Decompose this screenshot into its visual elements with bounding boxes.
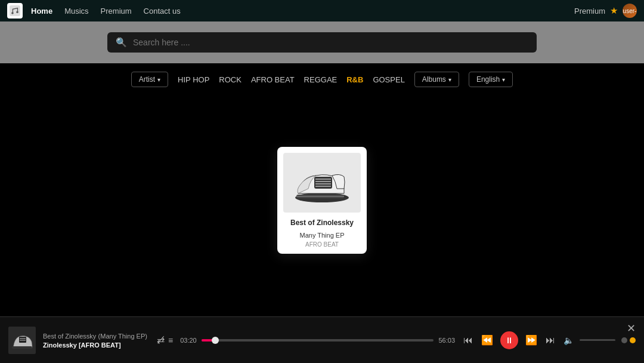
- genre-rnb[interactable]: R&B: [346, 75, 363, 84]
- skip-forward-button[interactable]: ⏭: [544, 334, 556, 347]
- playback-controls: ⏮ ⏪ ⏸ ⏩ ⏭: [462, 331, 556, 349]
- player-artist: Zinolessky [AFRO BEAT]: [43, 342, 147, 349]
- player-info: Best of Zinolessky (Many Thing EP) Zinol…: [43, 332, 147, 349]
- main-content: Best of Zinolessky Many Thing EP AFRO BE…: [0, 96, 644, 304]
- nav-contact[interactable]: Contact us: [144, 7, 181, 16]
- svg-rect-11: [296, 196, 344, 197]
- player-song-title: Best of Zinolessky (Many Thing EP): [43, 332, 147, 340]
- chevron-down-icon-albums: ▾: [448, 76, 451, 83]
- search-icon: 🔍: [116, 37, 127, 48]
- dot-inactive: [621, 337, 627, 343]
- nav-links: Home Musics Premium Contact us: [31, 7, 574, 16]
- language-filter[interactable]: English ▾: [469, 72, 513, 87]
- search-section: 🔍: [0, 21, 644, 63]
- genre-reggae[interactable]: REGGAE: [304, 75, 338, 84]
- player-album-label: (Many Thing EP): [98, 333, 147, 340]
- avatar[interactable]: user-: [623, 4, 637, 18]
- volume-icon[interactable]: 🔈: [564, 336, 574, 345]
- genre-hiphop[interactable]: HIP HOP: [178, 75, 209, 84]
- svg-rect-5: [314, 177, 332, 189]
- star-icon: ★: [610, 5, 618, 16]
- navbar: Home Musics Premium Contact us Premium ★…: [0, 0, 644, 21]
- close-button[interactable]: ✕: [627, 322, 636, 335]
- nav-premium[interactable]: Premium: [101, 7, 132, 16]
- dot-active: [630, 337, 636, 343]
- status-dots: [621, 337, 636, 343]
- premium-label: Premium: [574, 7, 605, 16]
- app-logo: [7, 3, 23, 19]
- skip-back-button[interactable]: ⏮: [462, 334, 474, 347]
- progress-thumb: [212, 337, 219, 344]
- genre-gospel[interactable]: GOSPEL: [373, 75, 404, 84]
- player-thumbnail: [8, 327, 36, 354]
- filter-bar: Artist ▾ HIP HOP ROCK AFRO BEAT REGGAE R…: [0, 63, 644, 96]
- player-right: 🔈: [564, 336, 636, 345]
- progress-section: 03:20 56:03: [180, 337, 455, 344]
- queue-icon[interactable]: ≡: [168, 336, 173, 345]
- card-title: Best of Zinolessky: [283, 219, 361, 227]
- albums-filter[interactable]: Albums ▾: [414, 72, 459, 87]
- chevron-down-icon: ▾: [157, 76, 160, 83]
- progress-fill: [202, 339, 215, 342]
- svg-point-2: [16, 11, 18, 13]
- avatar-label: user-: [623, 8, 637, 14]
- svg-rect-0: [10, 5, 20, 16]
- player-bar: ✕ Best of Zinolessky (Many Thing EP) Zin…: [0, 316, 644, 363]
- card-genre: AFRO BEAT: [283, 241, 361, 248]
- current-time: 03:20: [180, 337, 197, 344]
- player-top: Best of Zinolessky (Many Thing EP) Zinol…: [8, 321, 636, 359]
- volume-bar[interactable]: [580, 339, 615, 341]
- music-card[interactable]: Best of Zinolessky Many Thing EP AFRO BE…: [277, 147, 367, 254]
- search-input[interactable]: [133, 38, 528, 47]
- nav-musics[interactable]: Musics: [64, 7, 88, 16]
- no-shuffle-icon[interactable]: ⇄̸: [157, 334, 165, 346]
- fast-forward-button[interactable]: ⏩: [524, 333, 538, 347]
- card-thumbnail: [283, 153, 361, 213]
- pause-button[interactable]: ⏸: [500, 331, 518, 349]
- svg-rect-16: [12, 346, 32, 349]
- rewind-button[interactable]: ⏪: [480, 333, 494, 347]
- total-time: 56:03: [438, 337, 455, 344]
- card-subtitle: Many Thing EP: [283, 232, 361, 239]
- artist-filter[interactable]: Artist ▾: [131, 72, 168, 87]
- chevron-down-icon-lang: ▾: [502, 76, 505, 83]
- search-bar: 🔍: [107, 32, 537, 53]
- genre-afrobeat[interactable]: AFRO BEAT: [251, 75, 295, 84]
- genre-rock[interactable]: ROCK: [219, 75, 242, 84]
- nav-home[interactable]: Home: [31, 7, 52, 16]
- nav-right: Premium ★ user-: [574, 4, 637, 18]
- progress-bar[interactable]: [202, 339, 434, 342]
- svg-point-1: [11, 12, 14, 14]
- svg-rect-13: [19, 337, 26, 343]
- player-extra-icons: ⇄̸ ≡: [157, 334, 173, 346]
